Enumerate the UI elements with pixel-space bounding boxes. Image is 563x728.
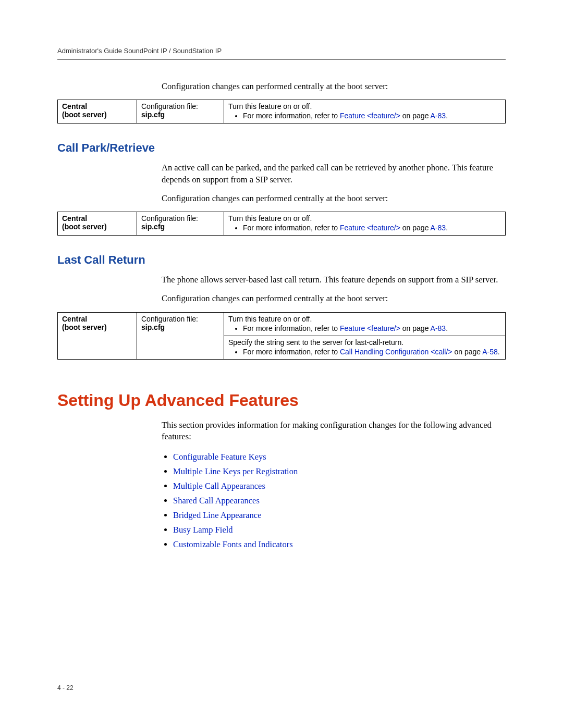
running-header: Administrator's Guide SoundPoint IP / So… [57, 47, 506, 60]
heading-last-call-return: Last Call Return [57, 253, 506, 267]
cell-desc: Turn this feature on or off. [228, 102, 312, 110]
para-lastcall-2: Configuration changes can performed cent… [162, 293, 506, 304]
cell-moreinfo: For more information, refer to Feature <… [243, 224, 501, 232]
cell-central: Central [62, 102, 87, 110]
cell-desc: Turn this feature on or off. [228, 315, 312, 323]
link-page[interactable]: A-83 [431, 112, 446, 120]
para-advanced-intro: This section provides information for ma… [162, 419, 506, 443]
cell-moreinfo: For more information, refer to Call Hand… [243, 348, 501, 356]
link-feature[interactable]: Feature <feature/> [340, 324, 400, 332]
list-item: Configurable Feature Keys [173, 450, 506, 464]
list-item: Busy Lamp Field [173, 523, 506, 537]
link-feature-item[interactable]: Multiple Call Appearances [173, 481, 265, 491]
cell-moreinfo: For more information, refer to Feature <… [243, 324, 501, 332]
cell-configfile-label: Configuration file: [141, 102, 198, 110]
cell-moreinfo: For more information, refer to Feature <… [243, 112, 501, 120]
feature-list: Configurable Feature Keys Multiple Line … [162, 450, 506, 552]
cell-configfile-label: Configuration file: [141, 315, 198, 323]
heading-call-park: Call Park/Retrieve [57, 141, 506, 155]
list-item: Bridged Line Appearance [173, 508, 506, 523]
cell-desc: Turn this feature on or off. [228, 214, 312, 223]
cell-bootserver: (boot server) [62, 110, 107, 119]
cell-central: Central [62, 214, 87, 223]
para-callpark-1: An active call can be parked, and the pa… [162, 162, 506, 186]
config-table-3: Central (boot server) Configuration file… [57, 312, 506, 360]
cell-bootserver: (boot server) [62, 323, 107, 331]
para-lastcall-1: The phone allows server-based last call … [162, 274, 506, 286]
cell-central: Central [62, 315, 87, 323]
link-feature-item[interactable]: Customizable Fonts and Indicators [173, 539, 293, 549]
config-table-1: Central (boot server) Configuration file… [57, 100, 506, 124]
link-feature[interactable]: Feature <feature/> [340, 224, 400, 232]
link-feature-item[interactable]: Bridged Line Appearance [173, 510, 262, 520]
list-item: Multiple Line Keys per Registration [173, 464, 506, 479]
cell-configfile-label: Configuration file: [141, 214, 198, 223]
list-item: Customizable Fonts and Indicators [173, 537, 506, 552]
config-table-2: Central (boot server) Configuration file… [57, 212, 506, 236]
list-item: Multiple Call Appearances [173, 479, 506, 493]
link-callhandling[interactable]: Call Handling Configuration <call/> [340, 348, 452, 356]
link-page[interactable]: A-83 [431, 224, 446, 232]
link-feature-item[interactable]: Busy Lamp Field [173, 525, 233, 535]
cell-configfile-value: sip.cfg [141, 223, 165, 231]
cell-configfile-value: sip.cfg [141, 323, 165, 331]
link-feature-item[interactable]: Shared Call Appearances [173, 496, 260, 505]
page-number: 4 - 22 [57, 684, 74, 692]
heading-advanced-features: Setting Up Advanced Features [57, 391, 506, 410]
para-callpark-2: Configuration changes can performed cent… [162, 193, 506, 204]
link-page[interactable]: A-83 [431, 324, 446, 332]
link-page[interactable]: A-58 [482, 348, 498, 356]
link-feature-item[interactable]: Multiple Line Keys per Registration [173, 466, 298, 476]
link-feature-item[interactable]: Configurable Feature Keys [173, 452, 266, 462]
link-feature[interactable]: Feature <feature/> [340, 112, 400, 120]
cell-bootserver: (boot server) [62, 223, 107, 231]
cell-desc: Specify the string sent to the server fo… [228, 338, 403, 347]
cell-configfile-value: sip.cfg [141, 110, 165, 119]
list-item: Shared Call Appearances [173, 493, 506, 508]
intro-paragraph: Configuration changes can performed cent… [162, 81, 506, 92]
